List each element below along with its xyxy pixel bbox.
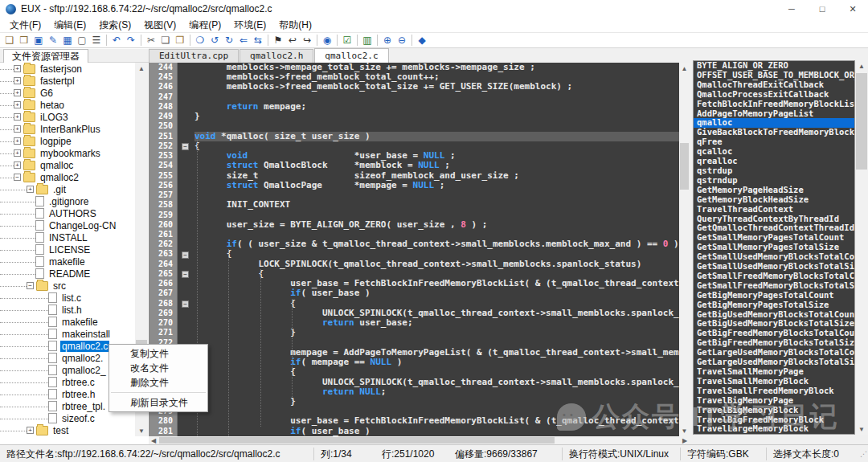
tree-item-test[interactable]: +test: [0, 424, 149, 436]
function-list-item[interactable]: GetBigUsedMemoryBlocksTotalSize: [694, 319, 854, 329]
next-bookmark-icon[interactable]: ↪: [300, 34, 314, 47]
zoom-out-icon[interactable]: ⊖: [395, 34, 409, 47]
tree-item-logpipe[interactable]: +logpipe: [0, 135, 149, 147]
save-icon[interactable]: ▣: [31, 34, 46, 47]
tree-item-label[interactable]: qmalloc: [39, 160, 75, 171]
function-list-item[interactable]: QmallocThreadExitCallback: [694, 80, 854, 90]
tree-item-list-c[interactable]: list.c: [0, 292, 149, 304]
function-list-item[interactable]: TravelSmallMemoryPage: [694, 367, 854, 377]
function-list-item[interactable]: TravelLargeMemoryBlock: [694, 424, 854, 434]
goto-line-icon[interactable]: ⇐: [236, 34, 251, 47]
menu-item[interactable]: 编程(P): [182, 18, 227, 32]
tree-item-list-h[interactable]: list.h: [0, 304, 149, 316]
tree-item-sizeof-c[interactable]: sizeof.c: [0, 412, 149, 424]
tree-item-ilog3[interactable]: +iLOG3: [0, 111, 149, 123]
tree-item-label[interactable]: LICENSE: [47, 244, 92, 256]
tree-item-label[interactable]: mybookmarks: [39, 148, 102, 159]
functions-scrollbar-thumb[interactable]: [856, 73, 867, 170]
expand-icon[interactable]: +: [14, 137, 21, 145]
expand-icon[interactable]: +: [14, 89, 21, 96]
code-line[interactable]: struct QmallocPage *mempage = NULL ;: [194, 181, 679, 190]
tree-item-mybookmarks[interactable]: +mybookmarks: [0, 147, 149, 159]
functions-scroll-up-icon[interactable]: ▲: [855, 60, 868, 72]
chart-icon[interactable]: ▥: [360, 34, 375, 47]
function-list-item[interactable]: GiveBackBlockToFreedMemoryBlockLi: [694, 128, 854, 137]
tree-item-makefile[interactable]: makefile: [0, 316, 149, 328]
expand-icon[interactable]: +: [14, 113, 21, 121]
function-list-item[interactable]: GetLargeUsedMemoryBlocksTotalCoun: [694, 348, 854, 358]
tree-item-label[interactable]: AUTHORS: [47, 208, 98, 219]
bookmark-icon[interactable]: ⚑: [271, 34, 285, 47]
fold-marker-icon[interactable]: −: [182, 251, 189, 259]
tree-item-label[interactable]: rbtree.h: [60, 389, 96, 400]
find-icon[interactable]: ❍: [193, 34, 207, 47]
resize-grip[interactable]: ⋰: [860, 450, 868, 458]
function-list-item[interactable]: GetBigMemoryPagesTotalCount: [694, 291, 854, 301]
tree-item-interbankplus[interactable]: +InterBankPlus: [0, 123, 149, 135]
tree-scroll-down-icon[interactable]: ▼: [135, 425, 148, 436]
tree-item-makefile[interactable]: makefile: [0, 256, 149, 268]
editor-vscrollbar[interactable]: ▲ ▼: [679, 63, 690, 436]
expand-icon[interactable]: +: [14, 149, 21, 157]
context-menu-item[interactable]: 删除文件: [109, 375, 207, 390]
menu-item[interactable]: 环境(E): [227, 18, 272, 32]
tree-item--gitignore[interactable]: .gitignore: [0, 195, 149, 207]
collapse-icon[interactable]: −: [27, 282, 34, 289]
tree-item-label[interactable]: .git: [51, 184, 68, 195]
code-line[interactable]: INIT_CONTEXT: [194, 200, 679, 210]
tree-item-label[interactable]: qmalloc2.c: [60, 341, 109, 352]
tree-item-label[interactable]: list.h: [60, 305, 84, 316]
fold-marker-icon[interactable]: −: [182, 143, 189, 150]
close-file-icon[interactable]: ▢: [75, 34, 89, 47]
tree-item-label[interactable]: makefile: [47, 256, 87, 268]
editor-hscrollbar-thumb[interactable]: [159, 437, 555, 444]
maximize-button[interactable]: □: [807, 0, 837, 18]
tree-item-qmalloc[interactable]: +qmalloc: [0, 159, 149, 171]
function-list-item[interactable]: TravelBigMemoryPage: [694, 396, 854, 406]
tree-item-label[interactable]: qmalloc2_: [60, 365, 108, 376]
function-list-item[interactable]: GetBigMemoryPagesTotalSize: [694, 301, 854, 310]
function-list-item[interactable]: GetSmallUsedMemoryBlocksTotalSize: [694, 262, 854, 272]
tree-item-label[interactable]: rbtree.c: [60, 377, 96, 388]
compare-icon[interactable]: ◆: [415, 34, 429, 47]
tree-item-label[interactable]: G6: [39, 88, 55, 99]
function-list-item[interactable]: GetBigFreedMemoryBlocksTotalSize: [694, 338, 854, 348]
function-list-item[interactable]: TravelThreadContext: [694, 205, 854, 215]
tree-item-readme[interactable]: README: [0, 268, 149, 280]
function-list-item[interactable]: GetSmallMemoryPagesTotalSize: [694, 243, 854, 252]
function-list-item[interactable]: QmallocProcessExitCallback: [694, 90, 854, 100]
tree-item-label[interactable]: qmalloc2: [39, 172, 80, 183]
tree-item-g6[interactable]: +G6: [0, 87, 149, 99]
editor-scroll-right-icon[interactable]: ▶: [680, 436, 690, 444]
expand-icon[interactable]: +: [27, 427, 34, 434]
menu-item[interactable]: 文件(F): [3, 18, 47, 32]
editor-scroll-down-icon[interactable]: ▼: [679, 425, 690, 436]
code-line[interactable]: user_size = BYTE_ALIGN_OR_ZERO( user_siz…: [194, 220, 679, 230]
copy-icon[interactable]: ❏: [158, 34, 173, 47]
tree-item-label[interactable]: iLOG3: [39, 112, 70, 123]
function-list-item[interactable]: TravelSmallFreedMemoryBlock: [694, 386, 854, 396]
function-list-item[interactable]: GetSmallFreedMemoryBlocksTotalSiz: [694, 281, 854, 291]
save-as-icon[interactable]: ✎: [46, 34, 60, 47]
tree-item-label[interactable]: fastertpl: [39, 76, 76, 87]
function-list-item[interactable]: GetLargeUsedMemoryBlocksTotalSize: [694, 358, 854, 367]
function-list-item[interactable]: GetBigFreedMemoryBlocksTotalCount: [694, 329, 854, 338]
editor-tab-editultra-cpp[interactable]: EditUltra.cpp: [149, 49, 239, 63]
editor-scroll-up-icon[interactable]: ▲: [679, 63, 690, 74]
function-list-item[interactable]: qcalloc: [694, 147, 854, 157]
function-list-item[interactable]: AddPageToMemoryPageList: [694, 109, 854, 119]
function-list-item[interactable]: qrealloc: [694, 157, 854, 166]
tree-item-src[interactable]: −src: [0, 280, 149, 292]
new-from-template-icon[interactable]: ❒: [17, 34, 31, 47]
redo-icon[interactable]: ↷: [124, 34, 138, 47]
functions-scroll-down-icon[interactable]: ▼: [855, 423, 868, 435]
close-button[interactable]: ✕: [837, 0, 868, 18]
function-list-item[interactable]: GetSmallMemoryPagesTotalCount: [694, 233, 854, 243]
function-list-item[interactable]: GetMemoryPageHeadSize: [694, 186, 854, 195]
function-list-item[interactable]: GetBigUsedMemoryBlocksTotalCount: [694, 310, 854, 320]
tree-item-label[interactable]: hetao: [39, 100, 66, 111]
code-editor[interactable]: memblocks->mempage_total_size += membloc…: [194, 63, 679, 436]
tree-item-label[interactable]: ChangeLog-CN: [47, 220, 117, 231]
tree-item-label[interactable]: fasterjson: [39, 63, 84, 75]
function-list-item[interactable]: BYTE_ALIGN_OR_ZERO: [694, 61, 854, 71]
